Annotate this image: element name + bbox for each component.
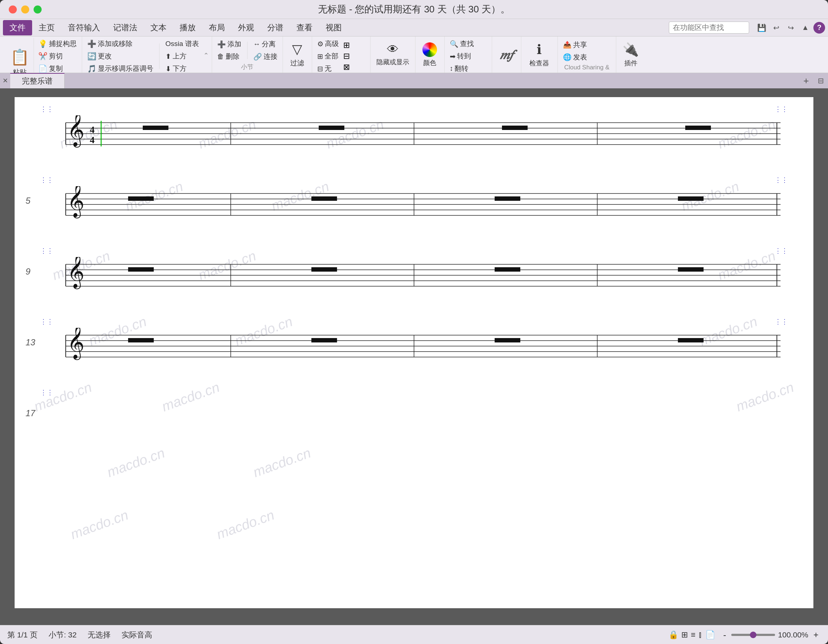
svg-rect-15 xyxy=(502,125,527,130)
separate-button[interactable]: ↔ 分离 xyxy=(251,38,280,50)
share-button[interactable]: 📤 共享 xyxy=(561,39,589,51)
system-handle-tl-1[interactable]: ⋮⋮ xyxy=(40,105,53,113)
select-icon3[interactable]: ⊠ xyxy=(343,63,350,72)
tab-close-btn[interactable]: ✕ xyxy=(0,73,10,88)
maximize-button[interactable] xyxy=(34,5,42,14)
select-icon1[interactable]: ⊞ xyxy=(343,41,350,50)
zoom-thumb xyxy=(750,631,756,638)
zoom-value: 100.00% xyxy=(778,630,808,639)
system-handle-tl-4[interactable]: ⋮⋮ xyxy=(40,318,53,326)
connect-button[interactable]: 🔗 连接 xyxy=(251,51,280,63)
goto-button[interactable]: ➡ 转到 xyxy=(448,50,476,62)
measure-status: 小节: 32 xyxy=(49,630,77,640)
view-lock-icon[interactable]: 🔒 xyxy=(668,630,678,639)
full-score-tab[interactable]: 完整乐谱 xyxy=(10,73,64,88)
menu-item-note-input[interactable]: 音符输入 xyxy=(61,20,107,35)
search-input[interactable] xyxy=(669,22,749,34)
menu-item-notation[interactable]: 记谱法 xyxy=(107,20,144,35)
music-system-2: 5 ⋮⋮ ⋮⋮ 𝄞 xyxy=(47,186,781,221)
system-handle-tr-4[interactable]: ⋮⋮ xyxy=(775,318,788,326)
system-handle-tr-1[interactable]: ⋮⋮ xyxy=(775,105,788,113)
score-canvas[interactable]: macdo.cn macdo.cn macdo.cn macdo.cn macd… xyxy=(0,88,828,625)
svg-text:𝄞: 𝄞 xyxy=(67,186,84,219)
color-button[interactable]: 颜色 xyxy=(419,41,440,69)
hide-show-button[interactable]: 👁 隐藏或显示 xyxy=(373,41,412,68)
menu-item-text[interactable]: 文本 xyxy=(144,20,173,35)
menu-bar: 文件 主页 音符输入 记谱法 文本 播放 布局 外观 分谱 查看 视图 💾 ↩ … xyxy=(0,19,828,36)
minimize-button[interactable] xyxy=(21,5,29,14)
view-list-icon[interactable]: ≡ xyxy=(691,630,695,639)
measure-section: ➕ 添加 🗑 删除 ↔ 分离 🔗 连接 xyxy=(212,36,283,73)
plugin-button[interactable]: 🔌 插件 xyxy=(619,41,642,69)
advanced-select-button[interactable]: ⚙ 高级 xyxy=(315,38,341,50)
cut-button[interactable]: ✂️ 剪切 xyxy=(36,50,79,62)
watermark-14: macdo.cn xyxy=(32,379,94,415)
zoom-minus-button[interactable]: - xyxy=(721,630,728,640)
menu-item-playback[interactable]: 播放 xyxy=(173,20,202,35)
system-handle-tl-2[interactable]: ⋮⋮ xyxy=(40,176,53,184)
publish-button[interactable]: 🌐 发表 xyxy=(561,52,589,63)
above-button[interactable]: ⬆ 上方 xyxy=(163,50,201,62)
staff-svg-1: 𝄞 4 4 xyxy=(47,115,781,148)
cloud-label: Cloud Sharing & xyxy=(558,64,616,72)
select-icon2[interactable]: ⊟ xyxy=(343,52,350,61)
menu-item-layout[interactable]: 布局 xyxy=(202,20,232,35)
capture-button[interactable]: 💡 捕捉构思 xyxy=(36,38,79,50)
redo-icon[interactable]: ↪ xyxy=(784,21,797,34)
watermark-15: macdo.cn xyxy=(160,379,222,415)
staff-svg-3: 𝄞 xyxy=(47,257,781,290)
menu-item-view[interactable]: 视图 xyxy=(319,20,348,35)
edit-section: 🔍 查找 ➡ 转到 ↕ 翻转 编辑 xyxy=(445,36,492,73)
save-icon[interactable]: 💾 xyxy=(755,21,768,34)
menu-item-home[interactable]: 主页 xyxy=(32,20,61,35)
system-handle-tr-2[interactable]: ⋮⋮ xyxy=(775,176,788,184)
svg-rect-59 xyxy=(128,338,154,342)
ossia-button[interactable]: Ossia 谱表 xyxy=(163,38,201,50)
arrow-up-icon[interactable]: ▲ xyxy=(799,21,812,34)
svg-rect-29 xyxy=(128,196,154,201)
zoom-slider[interactable] xyxy=(731,634,775,636)
menu-item-file[interactable]: 文件 xyxy=(3,20,32,35)
watermark-20: macdo.cn xyxy=(215,507,277,542)
svg-rect-60 xyxy=(311,338,337,342)
select-all-button[interactable]: ⊞ 全部 xyxy=(315,50,341,62)
measure-number-9: 9 xyxy=(25,266,30,277)
music-system-4: 13 ⋮⋮ ⋮⋮ 𝄞 xyxy=(47,328,781,362)
find-button[interactable]: 🔍 查找 xyxy=(448,38,476,50)
staff-svg-2: 𝄞 xyxy=(47,186,781,219)
color-label: 颜色 xyxy=(423,58,436,67)
system-handle-tr-3[interactable]: ⋮⋮ xyxy=(775,247,788,255)
menu-item-review[interactable]: 查看 xyxy=(290,20,319,35)
svg-rect-61 xyxy=(495,338,520,342)
add-tab-button[interactable]: + xyxy=(799,73,813,88)
svg-rect-32 xyxy=(678,196,704,201)
filter-label: 过滤 xyxy=(290,58,304,68)
lightbulb-icon: 💡 xyxy=(38,39,47,48)
system-handle-tl-5[interactable]: ⋮⋮ xyxy=(40,389,53,396)
view-page-icon[interactable]: 📄 xyxy=(705,630,715,639)
svg-text:4: 4 xyxy=(90,135,94,145)
dynamic-button[interactable]: 𝑚𝑓 xyxy=(497,45,516,64)
toolbar: 📋 粘贴 💡 捕捉构思 ✂️ 剪切 📄 复制 xyxy=(0,36,828,73)
system-handle-tl-3[interactable]: ⋮⋮ xyxy=(40,247,53,255)
add-measure-button[interactable]: ➕ 添加 xyxy=(215,38,243,50)
view-grid-icon[interactable]: ⊞ xyxy=(681,630,688,639)
cloud-section: 📤 共享 🌐 发表 Cloud Sharing & xyxy=(558,36,616,73)
inspector-button[interactable]: ℹ 检查器 xyxy=(527,41,552,69)
measure-number-5: 5 xyxy=(25,196,30,206)
instrument-expand-icon[interactable]: ⌃ xyxy=(203,52,209,60)
menu-item-parts[interactable]: 分谱 xyxy=(261,20,290,35)
collapse-tab-button[interactable]: ⊟ xyxy=(813,73,828,88)
add-move-button[interactable]: ➕ 添加或移除 xyxy=(85,38,155,50)
help-icon[interactable]: ? xyxy=(813,22,825,34)
undo-icon[interactable]: ↩ xyxy=(770,21,783,34)
close-button[interactable] xyxy=(9,5,17,14)
filter-button[interactable]: ▽ 过滤 xyxy=(287,40,307,69)
svg-rect-30 xyxy=(311,196,337,201)
remove-measure-button[interactable]: 🗑 删除 xyxy=(215,51,243,63)
zoom-plus-button[interactable]: + xyxy=(811,630,821,640)
dynamic-mf-icon: 𝑚𝑓 xyxy=(500,47,513,63)
view-cols-icon[interactable]: ⫿ xyxy=(698,630,703,639)
menu-item-appearance[interactable]: 外观 xyxy=(232,20,261,35)
change-button[interactable]: 🔄 更改 xyxy=(85,50,155,62)
